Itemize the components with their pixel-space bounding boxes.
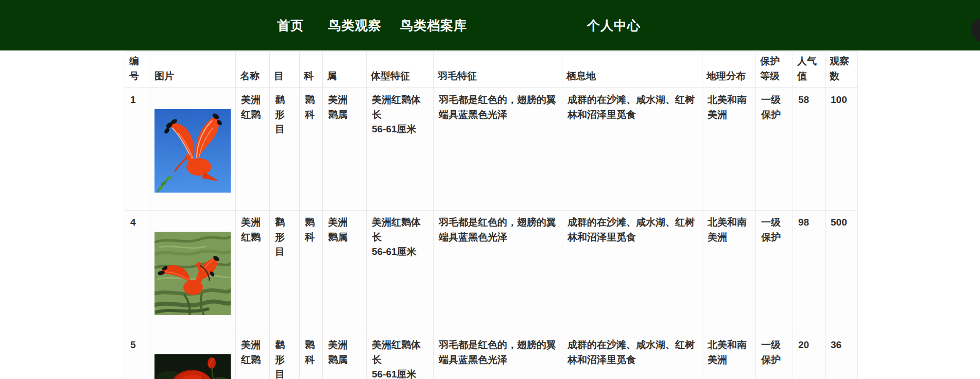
cell-genus: 美洲 鹮属 (323, 88, 367, 211)
col-header-body-features: 体型特征 (367, 52, 434, 88)
cell-order: 鹳形 目 (270, 88, 300, 211)
cell-feather-features: 羽毛都是红色的，翅膀的翼 端具蓝黑色光泽 (434, 88, 562, 211)
col-header-number: 编 号 (125, 52, 150, 88)
col-header-habitat: 栖息地 (562, 52, 702, 88)
col-header-feather-features: 羽毛特征 (434, 52, 562, 88)
cell-distribution: 北美和南 美洲 (702, 88, 756, 211)
cell-feather-features: 羽毛都是红色的，翅膀的翼 端具蓝黑色光泽 (434, 333, 562, 379)
nav-item-personal-center[interactable]: 个人中心 (587, 0, 641, 50)
cell-body-features: 美洲红鹮体长 56-61厘米 (367, 211, 434, 333)
cell-observations: 500 (826, 211, 858, 333)
col-header-genus: 属 (323, 52, 367, 88)
col-header-family: 科 (300, 52, 323, 88)
cell-protection-level: 一级 保护 (756, 88, 793, 211)
cell-name: 美洲 红鹮 (236, 333, 270, 379)
cell-body-features: 美洲红鹮体长 56-61厘米 (367, 333, 434, 379)
header-row: 编 号 图片 名称 目 科 属 体型特征 羽毛特征 栖息地 地理分布 保护 等级… (125, 52, 858, 88)
col-header-name: 名称 (236, 52, 270, 88)
cell-protection-level: 一级 保护 (756, 211, 793, 333)
cell-image (150, 333, 236, 379)
col-header-observations: 观察 数 (826, 52, 858, 88)
nav-item-bird-archive[interactable]: 鸟类档案库 (400, 0, 467, 50)
cell-number: 5 (125, 333, 150, 379)
cell-distribution: 北美和南 美洲 (702, 333, 756, 379)
cell-popularity: 98 (793, 211, 826, 333)
cell-family: 鹮 科 (300, 88, 323, 211)
cell-popularity: 58 (793, 88, 826, 211)
cell-observations: 36 (826, 333, 858, 379)
cell-feather-features: 羽毛都是红色的，翅膀的翼 端具蓝黑色光泽 (434, 211, 562, 333)
cell-body-features: 美洲红鹮体长 56-61厘米 (367, 88, 434, 211)
table-row: 4 (125, 211, 858, 333)
table-row: 1 (125, 88, 858, 211)
page: { "navbar": { "background_color": "#0538… (0, 0, 980, 379)
cell-number: 4 (125, 211, 150, 333)
chevron-left-icon[interactable]: ‹ (971, 19, 980, 41)
col-header-protection-level: 保护 等级 (756, 52, 793, 88)
cell-order: 鹳形 目 (270, 211, 300, 333)
cell-order: 鹳形 目 (270, 333, 300, 379)
cell-habitat: 成群的在沙滩、咸水湖、红树 林和沼泽里觅食 (562, 333, 702, 379)
scarlet-ibis-grassland-photo (154, 232, 231, 315)
col-header-distribution: 地理分布 (702, 52, 756, 88)
col-header-image: 图片 (150, 52, 236, 88)
cell-image (150, 88, 236, 211)
cell-observations: 100 (826, 88, 858, 211)
bird-archive-table: 编 号 图片 名称 目 科 属 体型特征 羽毛特征 栖息地 地理分布 保护 等级… (125, 51, 858, 379)
col-header-popularity: 人气 值 (793, 52, 826, 88)
cell-distribution: 北美和南 美洲 (702, 211, 756, 333)
scarlet-ibis-blue-sky-photo (154, 109, 231, 193)
top-navbar: 首页 鸟类观察 鸟类档案库 个人中心 ‹ (0, 0, 980, 50)
cell-name: 美洲 红鹮 (236, 88, 270, 211)
cell-genus: 美洲 鹮属 (323, 211, 367, 333)
cell-habitat: 成群的在沙滩、咸水湖、红树 林和沼泽里觅食 (562, 88, 702, 211)
red-roses-photo (154, 354, 231, 379)
cell-family: 鹮 科 (300, 211, 323, 333)
cell-name: 美洲 红鹮 (236, 211, 270, 333)
table-row: 5 (125, 333, 858, 379)
nav-item-home[interactable]: 首页 (277, 0, 304, 50)
cell-genus: 美洲 鹮属 (323, 333, 367, 379)
cell-family: 鹮 科 (300, 333, 323, 379)
cell-image (150, 211, 236, 333)
cell-popularity: 20 (793, 333, 826, 379)
nav-item-bird-observation[interactable]: 鸟类观察 (328, 0, 382, 50)
cell-protection-level: 一级 保护 (756, 333, 793, 379)
cell-number: 1 (125, 88, 150, 211)
col-header-order: 目 (270, 52, 300, 88)
cell-habitat: 成群的在沙滩、咸水湖、红树 林和沼泽里觅食 (562, 211, 702, 333)
